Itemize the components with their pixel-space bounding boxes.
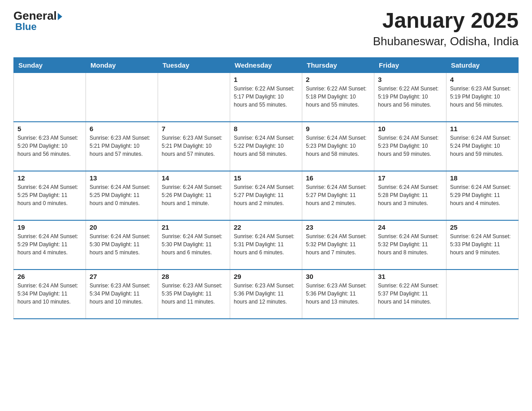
- day-info: Sunrise: 6:24 AM Sunset: 5:27 PM Dayligh…: [306, 183, 370, 207]
- week-row-5: 26Sunrise: 6:24 AM Sunset: 5:34 PM Dayli…: [14, 270, 519, 319]
- day-number: 24: [378, 223, 442, 231]
- day-info: Sunrise: 6:24 AM Sunset: 5:30 PM Dayligh…: [90, 232, 154, 257]
- calendar-cell: 22Sunrise: 6:24 AM Sunset: 5:31 PM Dayli…: [230, 220, 302, 270]
- calendar-cell: 8Sunrise: 6:24 AM Sunset: 5:22 PM Daylig…: [230, 122, 302, 171]
- calendar-cell: [446, 270, 519, 319]
- day-info: Sunrise: 6:24 AM Sunset: 5:31 PM Dayligh…: [234, 232, 298, 257]
- calendar-cell: 17Sunrise: 6:24 AM Sunset: 5:28 PM Dayli…: [374, 171, 446, 220]
- day-info: Sunrise: 6:24 AM Sunset: 5:29 PM Dayligh…: [17, 232, 82, 257]
- calendar-cell: 1Sunrise: 6:22 AM Sunset: 5:17 PM Daylig…: [230, 73, 302, 122]
- calendar-cell: 26Sunrise: 6:24 AM Sunset: 5:34 PM Dayli…: [14, 270, 86, 319]
- day-info: Sunrise: 6:24 AM Sunset: 5:23 PM Dayligh…: [306, 134, 370, 158]
- calendar-cell: 21Sunrise: 6:24 AM Sunset: 5:30 PM Dayli…: [158, 220, 230, 270]
- day-number: 15: [234, 174, 298, 182]
- week-row-3: 12Sunrise: 6:24 AM Sunset: 5:25 PM Dayli…: [14, 171, 519, 220]
- calendar-cell: 12Sunrise: 6:24 AM Sunset: 5:25 PM Dayli…: [14, 171, 86, 220]
- day-info: Sunrise: 6:24 AM Sunset: 5:22 PM Dayligh…: [234, 134, 298, 158]
- day-info: Sunrise: 6:24 AM Sunset: 5:23 PM Dayligh…: [378, 134, 442, 158]
- day-number: 13: [90, 174, 154, 182]
- day-number: 7: [162, 125, 226, 133]
- day-number: 4: [450, 76, 515, 83]
- calendar-cell: 9Sunrise: 6:24 AM Sunset: 5:23 PM Daylig…: [302, 122, 374, 171]
- logo-arrow-icon: [58, 13, 62, 20]
- day-number: 1: [234, 76, 298, 83]
- day-number: 29: [234, 273, 298, 280]
- day-number: 20: [90, 223, 154, 231]
- day-info: Sunrise: 6:24 AM Sunset: 5:30 PM Dayligh…: [162, 232, 226, 257]
- calendar-header: SundayMondayTuesdayWednesdayThursdayFrid…: [14, 57, 519, 73]
- weekday-tuesday: Tuesday: [158, 57, 230, 73]
- day-number: 25: [450, 223, 515, 231]
- day-number: 27: [90, 273, 154, 280]
- logo-blue-text: Blue: [15, 21, 37, 33]
- day-info: Sunrise: 6:24 AM Sunset: 5:27 PM Dayligh…: [234, 183, 298, 207]
- page-subtitle: Bhubaneswar, Odisha, India: [373, 34, 519, 48]
- day-number: 16: [306, 174, 370, 182]
- day-number: 3: [378, 76, 442, 83]
- day-number: 2: [306, 76, 370, 83]
- day-number: 6: [90, 125, 154, 133]
- calendar-cell: [14, 73, 86, 122]
- day-info: Sunrise: 6:24 AM Sunset: 5:29 PM Dayligh…: [450, 183, 515, 207]
- day-info: Sunrise: 6:23 AM Sunset: 5:21 PM Dayligh…: [90, 134, 154, 158]
- day-info: Sunrise: 6:23 AM Sunset: 5:35 PM Dayligh…: [162, 282, 226, 306]
- calendar-cell: 2Sunrise: 6:22 AM Sunset: 5:18 PM Daylig…: [302, 73, 374, 122]
- calendar-table: SundayMondayTuesdayWednesdayThursdayFrid…: [13, 57, 519, 320]
- calendar-cell: 3Sunrise: 6:22 AM Sunset: 5:19 PM Daylig…: [374, 73, 446, 122]
- day-number: 21: [162, 223, 226, 231]
- calendar-cell: 7Sunrise: 6:23 AM Sunset: 5:21 PM Daylig…: [158, 122, 230, 171]
- weekday-friday: Friday: [374, 57, 446, 73]
- calendar-cell: 16Sunrise: 6:24 AM Sunset: 5:27 PM Dayli…: [302, 171, 374, 220]
- day-number: 23: [306, 223, 370, 231]
- logo: General Blue: [13, 9, 62, 33]
- calendar-cell: 15Sunrise: 6:24 AM Sunset: 5:27 PM Dayli…: [230, 171, 302, 220]
- weekday-saturday: Saturday: [446, 57, 519, 73]
- calendar-cell: 29Sunrise: 6:23 AM Sunset: 5:36 PM Dayli…: [230, 270, 302, 319]
- day-number: 5: [17, 125, 82, 133]
- day-info: Sunrise: 6:24 AM Sunset: 5:26 PM Dayligh…: [162, 183, 226, 207]
- day-info: Sunrise: 6:22 AM Sunset: 5:37 PM Dayligh…: [378, 282, 442, 306]
- calendar-body: 1Sunrise: 6:22 AM Sunset: 5:17 PM Daylig…: [14, 73, 519, 319]
- calendar-cell: 23Sunrise: 6:24 AM Sunset: 5:32 PM Dayli…: [302, 220, 374, 270]
- day-number: 12: [17, 174, 82, 182]
- page-title: January 2025: [373, 9, 519, 33]
- calendar-cell: 18Sunrise: 6:24 AM Sunset: 5:29 PM Dayli…: [446, 171, 519, 220]
- weekday-thursday: Thursday: [302, 57, 374, 73]
- day-number: 19: [17, 223, 82, 231]
- day-number: 11: [450, 125, 515, 133]
- day-info: Sunrise: 6:23 AM Sunset: 5:36 PM Dayligh…: [234, 282, 298, 306]
- day-number: 10: [378, 125, 442, 133]
- day-info: Sunrise: 6:23 AM Sunset: 5:34 PM Dayligh…: [90, 282, 154, 306]
- day-number: 18: [450, 174, 515, 182]
- calendar-cell: 11Sunrise: 6:24 AM Sunset: 5:24 PM Dayli…: [446, 122, 519, 171]
- calendar-cell: 28Sunrise: 6:23 AM Sunset: 5:35 PM Dayli…: [158, 270, 230, 319]
- day-info: Sunrise: 6:24 AM Sunset: 5:24 PM Dayligh…: [450, 134, 515, 158]
- calendar-cell: 24Sunrise: 6:24 AM Sunset: 5:32 PM Dayli…: [374, 220, 446, 270]
- title-block: January 2025 Bhubaneswar, Odisha, India: [373, 9, 519, 48]
- calendar-cell: [86, 73, 158, 122]
- day-info: Sunrise: 6:24 AM Sunset: 5:25 PM Dayligh…: [90, 183, 154, 207]
- calendar-cell: [158, 73, 230, 122]
- day-info: Sunrise: 6:23 AM Sunset: 5:20 PM Dayligh…: [17, 134, 82, 158]
- week-row-4: 19Sunrise: 6:24 AM Sunset: 5:29 PM Dayli…: [14, 220, 519, 270]
- day-number: 30: [306, 273, 370, 280]
- page-header: General Blue January 2025 Bhubaneswar, O…: [13, 9, 519, 48]
- calendar-cell: 19Sunrise: 6:24 AM Sunset: 5:29 PM Dayli…: [14, 220, 86, 270]
- calendar-cell: 4Sunrise: 6:23 AM Sunset: 5:19 PM Daylig…: [446, 73, 519, 122]
- calendar-cell: 13Sunrise: 6:24 AM Sunset: 5:25 PM Dayli…: [86, 171, 158, 220]
- day-info: Sunrise: 6:22 AM Sunset: 5:17 PM Dayligh…: [234, 85, 298, 109]
- day-info: Sunrise: 6:22 AM Sunset: 5:19 PM Dayligh…: [378, 85, 442, 109]
- day-info: Sunrise: 6:22 AM Sunset: 5:18 PM Dayligh…: [306, 85, 370, 109]
- weekday-monday: Monday: [86, 57, 158, 73]
- day-number: 9: [306, 125, 370, 133]
- day-info: Sunrise: 6:24 AM Sunset: 5:32 PM Dayligh…: [378, 232, 442, 257]
- week-row-1: 1Sunrise: 6:22 AM Sunset: 5:17 PM Daylig…: [14, 73, 519, 122]
- weekday-header-row: SundayMondayTuesdayWednesdayThursdayFrid…: [14, 57, 519, 73]
- day-info: Sunrise: 6:23 AM Sunset: 5:36 PM Dayligh…: [306, 282, 370, 306]
- day-info: Sunrise: 6:24 AM Sunset: 5:34 PM Dayligh…: [17, 282, 82, 306]
- day-info: Sunrise: 6:23 AM Sunset: 5:19 PM Dayligh…: [450, 85, 515, 109]
- weekday-wednesday: Wednesday: [230, 57, 302, 73]
- day-info: Sunrise: 6:24 AM Sunset: 5:33 PM Dayligh…: [450, 232, 515, 257]
- calendar-cell: 27Sunrise: 6:23 AM Sunset: 5:34 PM Dayli…: [86, 270, 158, 319]
- calendar-cell: 10Sunrise: 6:24 AM Sunset: 5:23 PM Dayli…: [374, 122, 446, 171]
